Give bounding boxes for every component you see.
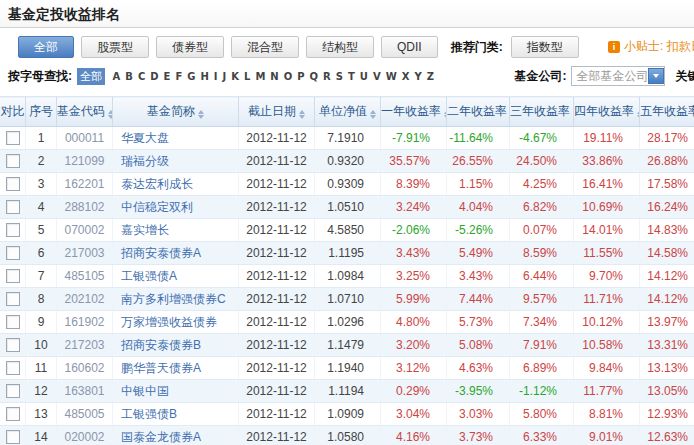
compare-checkbox[interactable] [6,361,20,375]
fund-name-cell: 中银中国 [113,380,239,403]
letter-link-S[interactable]: S [336,71,343,82]
letter-link-L[interactable]: L [244,71,250,82]
letter-link-H[interactable]: H [200,71,208,82]
fund-name-link[interactable]: 招商安泰债券B [121,338,201,352]
row-number-cell: 13 [26,403,57,426]
compare-checkbox[interactable] [6,131,20,145]
letter-link-Y[interactable]: Y [414,71,421,82]
compare-checkbox[interactable] [6,246,20,260]
fund-name-link[interactable]: 工银强债A [121,269,177,283]
nav-cell: 1.0984 [315,265,381,288]
compare-checkbox[interactable] [6,338,20,352]
letter-link-G[interactable]: G [187,71,195,82]
fund-name-link[interactable]: 国泰金龙债券A [121,430,201,444]
fund-name-link[interactable]: 万家增强收益债券 [121,315,217,329]
column-header-10[interactable]: 五年收益率 [640,97,694,127]
date-cell: 2012-11-12 [239,265,315,288]
compare-checkbox[interactable] [6,384,20,398]
compare-checkbox[interactable] [6,154,20,168]
fund-name-link[interactable]: 中信稳定双利 [121,200,193,214]
fund-name-link[interactable]: 中银中国 [121,384,169,398]
compare-checkbox[interactable] [6,315,20,329]
compare-checkbox[interactable] [6,292,20,306]
letter-link-A[interactable]: A [113,71,121,82]
return-cell: 14.12% [640,265,694,288]
company-select[interactable]: 全部基金公司 [571,66,665,86]
tab-全部[interactable]: 全部 [18,36,74,58]
sort-up-arrow-icon [198,110,204,114]
column-header-9[interactable]: 四年收益率 [574,97,640,127]
fund-code: 202102 [64,292,104,306]
tab-债券型[interactable]: 债券型 [156,36,224,58]
date-cell: 2012-11-12 [239,127,315,150]
return-cell: 12.63% [640,426,694,445]
fund-name-link[interactable]: 嘉实增长 [121,223,169,237]
return-cell: 14.83% [640,219,694,242]
compare-checkbox[interactable] [6,200,20,214]
letter-link-U[interactable]: U [360,71,368,82]
letter-link-V[interactable]: V [373,71,381,82]
sort-up-arrow-icon [108,110,113,114]
letter-link-N[interactable]: N [270,71,278,82]
return-cell: -4.67% [510,127,574,150]
fund-code-cell: 162201 [57,173,113,196]
letter-link-O[interactable]: O [284,71,293,82]
return-cell: 8.39% [381,173,447,196]
letter-link-Z[interactable]: Z [427,71,434,82]
column-header-4[interactable]: 截止日期 [239,97,315,127]
letter-link-X[interactable]: X [402,71,410,82]
fund-code: 160602 [64,361,104,375]
letter-link-F[interactable]: F [175,71,182,82]
return-cell: 11.71% [574,288,640,311]
column-header-2[interactable]: 基金代码 [57,97,113,127]
letter-link-M[interactable]: M [255,71,265,82]
row-number-cell: 5 [26,219,57,242]
letter-link-K[interactable]: K [231,71,239,82]
letter-link-Q[interactable]: Q [310,71,319,82]
tab-QDII[interactable]: QDII [381,36,438,58]
compare-checkbox[interactable] [6,269,20,283]
compare-cell [0,196,26,219]
compare-checkbox[interactable] [6,223,20,237]
column-header-8[interactable]: 三年收益率 [510,97,574,127]
table-row: 9161902万家增强收益债券2012-11-121.02964.80%5.73… [0,311,694,334]
fund-name-link[interactable]: 鹏华普天债券A [121,361,201,375]
fund-name-cell: 中信稳定双利 [113,196,239,219]
return-cell: 7.34% [510,311,574,334]
tab-指数型[interactable]: 指数型 [511,36,579,58]
column-header-label: 五年收益率 [640,104,694,118]
column-header-7[interactable]: 二年收益率 [447,97,510,127]
letter-all-button[interactable]: 全部 [77,68,105,85]
column-header-3[interactable]: 基金简称 [113,97,239,127]
letter-link-W[interactable]: W [386,71,397,82]
compare-checkbox[interactable] [6,430,20,444]
return-cell: 13.31% [640,334,694,357]
tab-混合型[interactable]: 混合型 [231,36,299,58]
column-header-6[interactable]: 一年收益率 [381,97,447,127]
letter-link-E[interactable]: E [164,71,171,82]
tab-结构型[interactable]: 结构型 [306,36,374,58]
column-header-0: 对比 [0,97,26,127]
letter-link-I[interactable]: I [214,71,218,82]
return-cell: 4.16% [381,426,447,445]
tab-股票型[interactable]: 股票型 [81,36,149,58]
chevron-down-icon[interactable] [648,68,664,84]
column-header-5[interactable]: 单位净值 [315,97,381,127]
fund-name-link[interactable]: 工银强债B [121,407,177,421]
fund-name-link[interactable]: 南方多利增强债券C [121,292,226,306]
fund-name-link[interactable]: 泰达宏利成长 [121,177,193,191]
fund-code-cell: 163801 [57,380,113,403]
letter-link-P[interactable]: P [297,71,304,82]
compare-checkbox[interactable] [6,407,20,421]
fund-name-link[interactable]: 华夏大盘 [121,131,169,145]
letter-link-T[interactable]: T [348,71,355,82]
letter-link-J[interactable]: J [223,71,227,82]
letter-link-C[interactable]: C [138,71,145,82]
compare-checkbox[interactable] [6,177,20,191]
fund-name-link[interactable]: 瑞福分级 [121,154,169,168]
letter-link-D[interactable]: D [150,71,158,82]
fund-name-link[interactable]: 招商安泰债券A [121,246,201,260]
letter-link-B[interactable]: B [125,71,133,82]
letter-link-R[interactable]: R [323,71,331,82]
row-number-cell: 9 [26,311,57,334]
